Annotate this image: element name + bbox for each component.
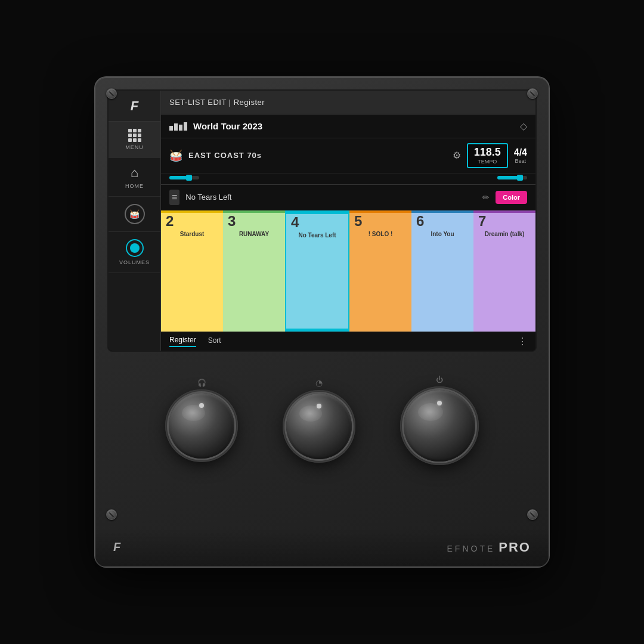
tempo-value: 118.5 <box>474 147 501 159</box>
tile-5-number: 6 <box>414 214 424 228</box>
screw-top-left <box>106 88 117 99</box>
setlist-name: World Tour 2023 <box>193 121 514 131</box>
bottom-tabs: Register Sort ⋮ <box>161 332 535 351</box>
tile-3-name: No Tears Left <box>298 232 336 239</box>
knob-group-headphones: 🎧 <box>169 379 234 459</box>
tile-6-name: Dreamin (talk) <box>485 231 525 238</box>
brand-f-logo: F <box>113 540 120 554</box>
volumes-icon <box>126 239 144 257</box>
style-settings-icon[interactable]: ⚙ <box>453 150 461 161</box>
song-list-icon: ≡ <box>169 190 179 205</box>
more-options-icon[interactable]: ⋮ <box>518 336 527 347</box>
tile-1-number: 2 <box>163 214 174 228</box>
tile-no-tears-left[interactable]: 4 No Tears Left <box>285 210 349 332</box>
knob-power-ring <box>400 386 479 465</box>
sidebar-brand-logo: F <box>131 100 138 113</box>
tile-2-name: RUNAWAY <box>239 231 269 238</box>
tempo-label: Tempo <box>478 159 497 165</box>
menu-label: MENU <box>125 144 144 150</box>
screw-top-right <box>527 88 538 99</box>
tile-6-colorbar <box>473 210 535 213</box>
header-bar: SET-LIST EDIT | Register <box>161 91 535 114</box>
tile-stardust[interactable]: 2 Stardust <box>161 210 223 332</box>
grid-icon <box>128 129 141 142</box>
style-row: 🥁 EAST COAST 70s ⚙ 118.5 Tempo 4/4 Beat <box>161 138 535 174</box>
tile-5-colorbar <box>411 210 473 213</box>
sidebar-item-kit[interactable]: 🥁 <box>109 197 160 232</box>
home-label: HOME <box>125 183 144 189</box>
beat-box: 4/4 Beat <box>514 147 527 164</box>
tile-1-name: Stardust <box>180 231 205 238</box>
brand-model: PRO <box>499 540 531 555</box>
monitor-icon: ◔ <box>315 378 323 388</box>
setlist-header: World Tour 2023 ◇ <box>161 114 535 138</box>
knob-headphones-ring <box>165 389 238 462</box>
screw-bottom-left <box>106 509 117 520</box>
knob-headphones[interactable] <box>169 393 234 459</box>
screw-bottom-right <box>527 509 538 520</box>
tile-2-number: 3 <box>225 214 236 228</box>
slider-1[interactable] <box>169 176 199 179</box>
tile-dreamin[interactable]: 7 Dreamin (talk) <box>473 210 535 332</box>
color-button[interactable]: Color <box>496 191 527 204</box>
current-song-name: No Tears Left <box>185 193 476 202</box>
kit-icon: 🥁 <box>125 204 145 224</box>
tile-into-you[interactable]: 6 Into You <box>411 210 473 332</box>
tempo-box[interactable]: 118.5 Tempo <box>467 143 508 168</box>
tile-2-colorbar <box>223 210 285 213</box>
song-row: ≡ No Tears Left ✏ Color <box>161 184 535 210</box>
tile-5-name: Into You <box>431 231 454 238</box>
tile-3-number: 4 <box>289 215 299 230</box>
tile-4-name: ! SOLO ! <box>369 231 393 238</box>
brand-name: EFNOTE <box>447 544 496 553</box>
knob-power[interactable] <box>404 390 475 462</box>
style-name: EAST COAST 70s <box>188 151 447 160</box>
main-content: SET-LIST EDIT | Register World Tour 2023… <box>161 91 535 351</box>
tile-4-number: 5 <box>352 214 362 228</box>
brand-logo-left: F <box>113 540 120 554</box>
tab-sort[interactable]: Sort <box>208 336 221 346</box>
drum-icon: 🥁 <box>169 149 182 162</box>
tiles-container: 2 Stardust 3 RUNAWAY 4 No Tears Left 5 <box>161 210 535 332</box>
screen: F MENU ⌂ HOME 🥁 VOL <box>107 89 537 352</box>
slider-2[interactable] <box>497 176 527 179</box>
volumes-label: VOLUMES <box>119 259 150 265</box>
tile-1-colorbar <box>161 210 223 213</box>
tile-solo[interactable]: 5 ! SOLO ! <box>349 210 411 332</box>
tab-register[interactable]: Register <box>169 336 196 347</box>
song-edit-icon[interactable]: ✏ <box>482 193 490 202</box>
knob-monitor-ring <box>283 390 355 463</box>
device-body: F MENU ⌂ HOME 🥁 VOL <box>95 78 549 566</box>
sidebar-item-volumes[interactable]: VOLUMES <box>109 232 160 273</box>
tile-3-colorbar <box>286 212 348 214</box>
sidebar: F MENU ⌂ HOME 🥁 VOL <box>109 91 161 351</box>
tile-runaway[interactable]: 3 RUNAWAY <box>223 210 285 332</box>
knob-group-power: ⏻ <box>404 376 475 462</box>
knob-power-highlight <box>418 403 443 421</box>
tile-6-number: 7 <box>476 214 486 228</box>
setlist-bars-icon <box>169 122 187 131</box>
tile-4-colorbar <box>349 210 411 213</box>
knob-headphones-highlight <box>182 405 205 422</box>
beat-value: 4/4 <box>514 147 527 158</box>
sidebar-item-home[interactable]: ⌂ HOME <box>109 158 160 197</box>
slider-row <box>161 174 535 184</box>
beat-label: Beat <box>515 158 527 164</box>
bottom-bar: F EFNOTE PRO <box>95 528 549 566</box>
brand-name-group: EFNOTE PRO <box>447 540 531 555</box>
sidebar-item-menu[interactable]: MENU <box>109 122 160 158</box>
knob-group-monitor: ◔ <box>286 378 352 459</box>
tile-3-active-indicator <box>286 329 348 330</box>
knob-monitor[interactable] <box>286 394 352 459</box>
headphones-icon: 🎧 <box>197 379 206 387</box>
header-title: SET-LIST EDIT | Register <box>169 98 265 107</box>
controls-section: 🎧 ◔ ⏻ <box>107 358 537 473</box>
power-icon: ⏻ <box>436 376 443 384</box>
home-icon: ⌂ <box>131 165 138 181</box>
setlist-edit-icon[interactable]: ◇ <box>520 120 527 132</box>
